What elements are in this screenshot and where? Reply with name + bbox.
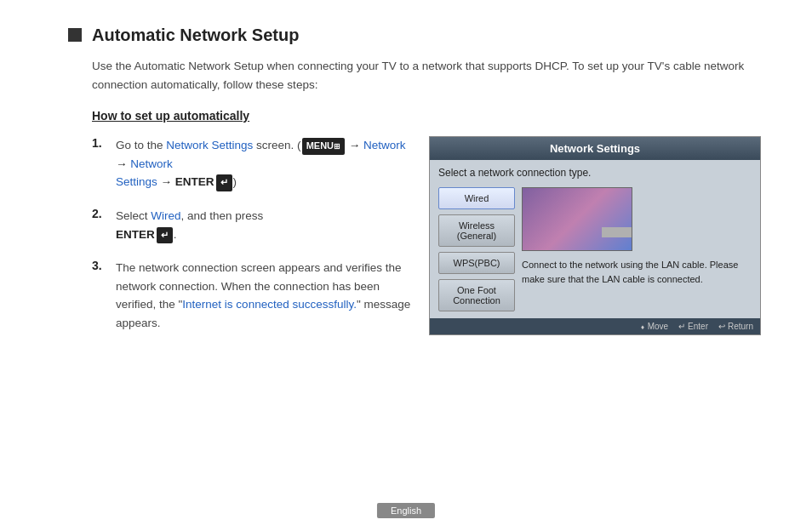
cable-connector: [602, 227, 632, 237]
page-title: Automatic Network Setup: [92, 26, 299, 45]
step-1: 1. Go to the Network Settings screen. (M…: [92, 136, 412, 191]
panel-description: Connect to the network using the LAN cab…: [522, 258, 752, 286]
success-message: Internet is connected successfully.: [182, 298, 357, 311]
enter-bold-1: ENTER↵: [175, 175, 233, 188]
step-1-content: Go to the Network Settings screen. (MENU…: [116, 136, 412, 191]
section-header: Automatic Network Setup: [68, 26, 761, 45]
language-label: English: [377, 503, 435, 518]
settings-link: Settings: [116, 175, 157, 188]
enter-key-1: ↵: [216, 174, 232, 191]
footer-enter: ↵ Enter: [678, 322, 708, 331]
menu-key: MENU ⊞: [302, 138, 345, 155]
enter-key-2: ↵: [157, 227, 173, 244]
page-container: Automatic Network Setup Use the Automati…: [0, 0, 812, 531]
step-3: 3. The network connection screen appears…: [92, 259, 412, 332]
step-3-content: The network connection screen appears an…: [116, 259, 412, 332]
network-settings-link-1: Network Settings: [166, 139, 253, 151]
enter-bold-2: ENTER↵: [116, 228, 174, 241]
step-1-number: 1.: [92, 136, 107, 150]
wireless-general-button[interactable]: Wireless(General): [438, 214, 515, 247]
step-3-number: 3.: [92, 259, 107, 272]
panel-buttons: Wired Wireless(General) WPS(PBC) One Foo…: [438, 187, 515, 311]
panel-right: Connect to the network using the LAN cab…: [522, 187, 752, 311]
footer-move: ⬧ Move: [640, 322, 668, 331]
footer-return: ↩ Return: [718, 322, 753, 331]
network-settings-panel: Network Settings Select a network connec…: [429, 136, 761, 335]
panel-footer: ⬧ Move ↵ Enter ↩ Return: [430, 318, 760, 334]
panel-subtitle: Select a network connection type.: [438, 167, 752, 179]
intro-text: Use the Automatic Network Setup when con…: [92, 57, 761, 94]
step-2: 2. Select Wired, and then press ENTER↵.: [92, 207, 412, 243]
step-2-number: 2.: [92, 207, 107, 220]
panel-body: Select a network connection type. Wired …: [430, 160, 760, 318]
steps-left: 1. Go to the Network Settings screen. (M…: [92, 136, 412, 347]
wps-pbc-button[interactable]: WPS(PBC): [438, 252, 515, 274]
wired-button[interactable]: Wired: [438, 187, 515, 209]
network-image: [522, 187, 632, 251]
network-link-1: Network: [363, 139, 406, 151]
content-area: Automatic Network Setup Use the Automati…: [68, 26, 761, 348]
wired-link: Wired: [151, 209, 180, 222]
subsection-title: How to set up automatically: [92, 109, 761, 123]
step-2-content: Select Wired, and then press ENTER↵.: [116, 207, 263, 243]
section-icon: [68, 28, 82, 42]
network-link-2: Network: [130, 157, 173, 170]
one-foot-connection-button[interactable]: One FootConnection: [438, 279, 515, 311]
steps-container: 1. Go to the Network Settings screen. (M…: [68, 136, 761, 347]
panel-header: Network Settings: [430, 137, 760, 160]
panel-content: Wired Wireless(General) WPS(PBC) One Foo…: [438, 187, 752, 311]
